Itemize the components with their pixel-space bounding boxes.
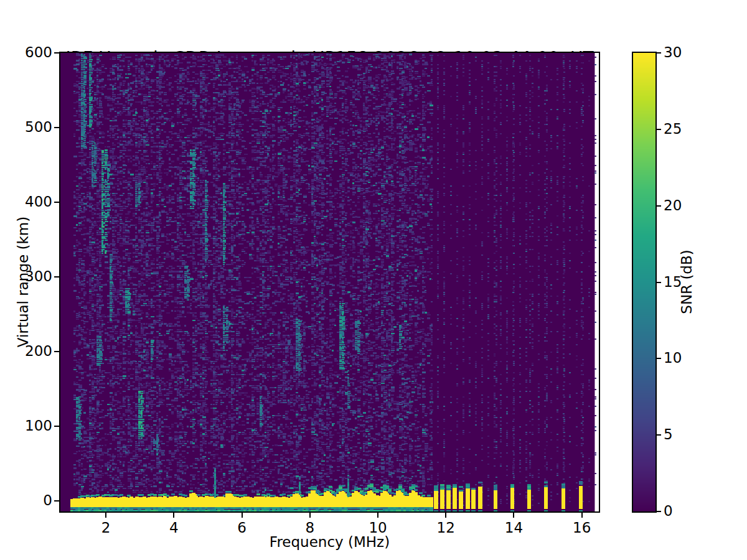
colorbar-tick-mark (657, 282, 661, 283)
y-tick-label: 400 (0, 194, 52, 210)
y-tick-label: 500 (0, 119, 52, 135)
y-tick-mark (54, 127, 59, 128)
colorbar-tick-label: 10 (664, 350, 701, 366)
x-tick-mark (377, 513, 378, 518)
colorbar-tick-label: 15 (664, 274, 701, 290)
colorbar-tick-label: 5 (664, 427, 701, 442)
colorbar-tick-mark (657, 511, 661, 512)
y-tick-mark (54, 202, 59, 203)
x-tick-mark (242, 513, 243, 518)
x-tick-mark (309, 513, 311, 518)
colorbar-tick-mark (657, 129, 661, 130)
y-tick-mark (54, 351, 59, 352)
y-tick-label: 100 (0, 418, 52, 434)
colorbar-tick-label: 25 (664, 121, 701, 137)
y-tick-mark (54, 276, 59, 278)
y-tick-mark (54, 52, 59, 54)
y-tick-mark (54, 426, 59, 427)
x-tick-label: 10 (359, 520, 397, 536)
x-tick-label: 6 (223, 520, 261, 536)
x-axis-label: Frequency (MHz) (60, 534, 599, 550)
y-tick-label: 200 (0, 343, 52, 359)
colorbar-tick-label: 30 (664, 45, 701, 60)
x-tick-mark (173, 513, 174, 518)
ionogram-heatmap-canvas (60, 53, 599, 511)
x-tick-mark (513, 513, 514, 518)
colorbar-tick-label: 20 (664, 198, 701, 213)
x-tick-label: 4 (155, 520, 192, 536)
colorbar-tick-mark (657, 52, 661, 54)
x-tick-label: 12 (427, 520, 464, 536)
x-tick-label: 2 (87, 520, 125, 536)
y-tick-label: 300 (0, 269, 52, 284)
colorbar-tick-mark (657, 434, 661, 436)
x-tick-label: 8 (291, 520, 329, 536)
colorbar-tick-label: 0 (664, 503, 701, 519)
colorbar-canvas (633, 53, 655, 511)
y-tick-label: 600 (0, 45, 52, 60)
x-tick-label: 16 (563, 520, 601, 536)
y-tick-mark (54, 500, 59, 502)
ionogram-figure: IRF Uppsala SDR Ionosonde UP158 2026-02-… (0, 0, 747, 560)
colorbar-tick-mark (657, 358, 661, 359)
x-tick-mark (105, 513, 106, 518)
x-tick-mark (581, 513, 583, 518)
x-tick-label: 14 (495, 520, 532, 536)
colorbar-tick-mark (657, 205, 661, 207)
x-tick-mark (445, 513, 446, 518)
y-tick-label: 0 (0, 493, 52, 508)
